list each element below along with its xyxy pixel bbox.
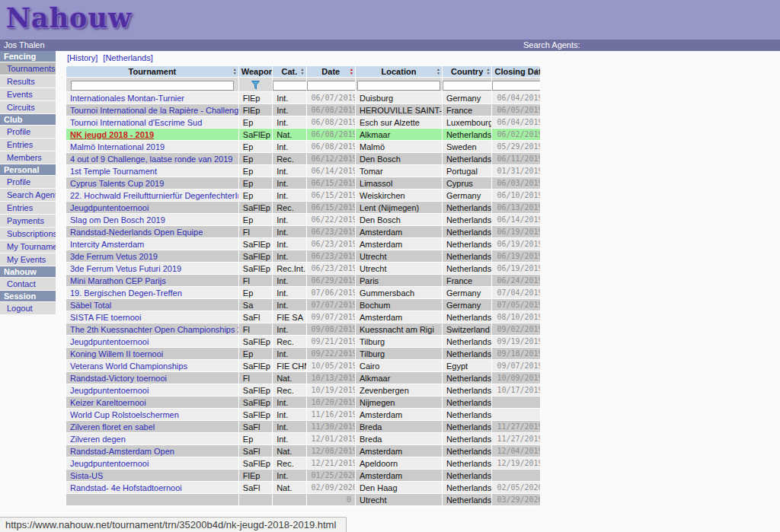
cell-closing-date: 11/27/2019 (492, 421, 541, 433)
filter-input-country[interactable] (443, 81, 492, 91)
filter-input-closing-date[interactable] (492, 81, 540, 91)
tournament-link[interactable]: Sista-US (70, 471, 103, 480)
cell-weapons: FlEp (238, 470, 272, 482)
sidebar-item-tournaments[interactable]: Tournaments (0, 62, 56, 75)
sidebar-item-events[interactable]: Events (0, 88, 56, 101)
cell-date: 0 (306, 494, 356, 506)
sidebar-item-results[interactable]: Results (0, 75, 56, 88)
sidebar-item-payments[interactable]: Payments (0, 215, 56, 228)
tournament-link[interactable]: Cyprus Talents Cup 2019 (70, 179, 164, 188)
cell-closing-date: 06/11/2019 (492, 153, 541, 165)
tournament-link[interactable]: Randstad- 4e Hofstadtoernooi (70, 483, 182, 492)
cell-weapons: Ep (238, 141, 272, 153)
sort-icon[interactable]: ▲ ▼ (350, 68, 353, 75)
cell-location: Breda (356, 433, 443, 445)
tournament-link[interactable]: Slag om Den Bosch 2019 (70, 215, 165, 225)
sidebar-item-my-tournaments[interactable]: My Tournaments (0, 241, 56, 253)
cell-tournament: Zilveren floret en sabel (66, 421, 239, 433)
tournament-link[interactable]: Randstad-Nederlands Open Equipe (70, 228, 203, 237)
cell-date: 01/25/2020 (306, 470, 356, 482)
table-row: JeugdpuntentoernooiSaFlEpRec.10/19/2019Z… (66, 384, 541, 397)
cell-tournament: Slag om Den Bosch 2019 (66, 214, 239, 226)
tournament-link[interactable]: 3de Ferrum Vetus 2019 (70, 252, 158, 261)
tournament-link[interactable]: Jeugdpuntentoernooi (70, 459, 149, 468)
cell-tournament: Tournoi International de la Rapière - Ch… (66, 104, 239, 116)
tournament-link[interactable]: Randstad-Amsterdam Open (70, 447, 174, 456)
cell-weapons: SaFlEp (238, 384, 272, 397)
tournament-link[interactable]: Säbel Total (70, 301, 111, 310)
tournament-link[interactable]: Tournoi International de la Rapière - Ch… (70, 106, 238, 115)
tournament-link[interactable]: 1st Temple Tournament (70, 167, 157, 176)
tournament-link[interactable]: Malmö International 2019 (70, 142, 165, 151)
table-row: Sista-USFlEpInt.01/25/2020AmsterdamNethe… (66, 470, 541, 482)
sidebar-item-contact[interactable]: Contact (0, 278, 56, 291)
sidebar-item-profile[interactable]: Profile (0, 176, 56, 189)
tournament-link[interactable]: Mini Marathon CEP Parijs (70, 276, 166, 285)
sidebar-item-members[interactable]: Members (0, 151, 56, 164)
sidebar-item-logout[interactable]: Logout (0, 302, 56, 315)
tournament-link[interactable]: Tournoi International d'Escrime Sud (70, 118, 202, 127)
tournament-link[interactable]: Koning Willem II toernooi (70, 349, 163, 358)
tournament-link[interactable]: 4 out of 9 Challenge, laatse ronde van 2… (70, 155, 232, 164)
sort-icon[interactable]: ▲ ▼ (535, 68, 539, 75)
cell-weapons: SaFl (238, 421, 272, 433)
column-header-weapons[interactable]: Weapons (238, 66, 272, 78)
breadcrumb-link-netherlands[interactable]: [Netherlands] (103, 53, 152, 62)
sidebar-item-subscriptions[interactable]: Subscriptions (0, 228, 56, 241)
tournament-link[interactable]: Internationales Montan-Turnier (70, 94, 184, 103)
column-header-date[interactable]: Date▲ ▼ (306, 66, 356, 78)
breadcrumb-link-history[interactable]: [History] (67, 53, 98, 62)
filter-input-location[interactable] (357, 81, 441, 91)
sidebar-item-profile[interactable]: Profile (0, 126, 56, 139)
column-header-cat[interactable]: Cat.▲ ▼ (273, 66, 306, 78)
table-row: The 2th Kuessnachter Open Championships … (66, 323, 541, 336)
tournament-link[interactable]: Jeugdpuntentoernooi (70, 337, 149, 346)
tournament-link[interactable]: World Cup Rolstoelschermen (70, 410, 179, 419)
sidebar-item-entries[interactable]: Entries (0, 202, 56, 215)
tournament-link[interactable]: Keizer Kareltoernooi (70, 398, 146, 407)
tournament-link[interactable]: 22. Hochwald Freiluftturnierfür Degenfec… (70, 191, 238, 200)
filter-input-tournament[interactable] (71, 81, 234, 91)
cell-weapons: Ep (238, 433, 272, 445)
cell-tournament: Randstad- 4e Hofstadtoernooi (66, 482, 239, 494)
cell-country: Netherlands (442, 397, 492, 409)
tournament-link[interactable]: 19. Bergischen Degen-Treffen (70, 288, 182, 298)
table-row: JeugdpuntentoernooiSaFlEpRec.12/21/2019A… (66, 457, 541, 470)
tournament-link[interactable]: Zilveren degen (70, 435, 126, 444)
column-header-location[interactable]: Location▲ ▼ (356, 66, 443, 78)
tournament-link[interactable]: Randstad-Victory toernooi (70, 374, 167, 383)
sidebar-item-entries[interactable]: Entries (0, 139, 56, 151)
tournament-link[interactable]: The 2th Kuessnachter Open Championships … (70, 325, 238, 334)
table-row: Säbel TotalSaInt.07/07/2019BochumGermany… (66, 299, 541, 311)
filter-funnel-icon[interactable] (251, 81, 260, 90)
sidebar-item-search-agents[interactable]: Search Agents (0, 189, 56, 202)
column-header-tournament[interactable]: Tournament▲ ▼ (66, 66, 239, 78)
cell-location: Amsterdam (356, 445, 443, 457)
sort-icon[interactable]: ▲ ▼ (436, 68, 440, 75)
table-row: Koning Willem II toernooiEpInt.09/22/201… (66, 348, 541, 360)
cell-tournament: Sista-US (66, 470, 239, 482)
filter-input-date[interactable] (307, 81, 356, 91)
cell-cat: Int. (273, 177, 306, 190)
tournament-link[interactable]: Jeugdpuntentoernooi (70, 203, 149, 212)
sort-icon[interactable]: ▲ ▼ (486, 68, 490, 75)
tournament-link[interactable]: 3de Ferrum Vetus Futuri 2019 (70, 264, 181, 273)
cell-date: 06/08/2019 (306, 104, 356, 116)
tournament-link[interactable]: Zilveren floret en sabel (70, 422, 155, 432)
filter-input-cat[interactable] (273, 81, 306, 91)
column-header-closing-date[interactable]: Closing Date▲ ▼ (492, 66, 541, 78)
sidebar-item-circuits[interactable]: Circuits (0, 101, 56, 114)
tournament-link[interactable]: Jeugdpuntentoernooi (70, 386, 149, 395)
column-header-country[interactable]: Country▲ ▼ (442, 66, 492, 78)
cell-country: Netherlands (442, 250, 492, 263)
tournament-link[interactable]: Intercity Amsterdam (70, 240, 144, 249)
sort-icon[interactable]: ▲ ▼ (233, 68, 237, 75)
cell-weapons: Ep (238, 153, 272, 165)
tournament-link[interactable]: NK jeugd 2018 - 2019 (70, 130, 154, 139)
sort-icon[interactable]: ▲ ▼ (301, 68, 305, 75)
tournament-link[interactable]: Veterans World Championships (70, 362, 187, 371)
cell-location: Den Bosch (356, 153, 443, 165)
sidebar-item-my-events[interactable]: My Events (0, 253, 56, 266)
cell-weapons: SaFlEp (238, 202, 272, 214)
tournament-link[interactable]: SISTA FIE toernooi (70, 313, 141, 322)
